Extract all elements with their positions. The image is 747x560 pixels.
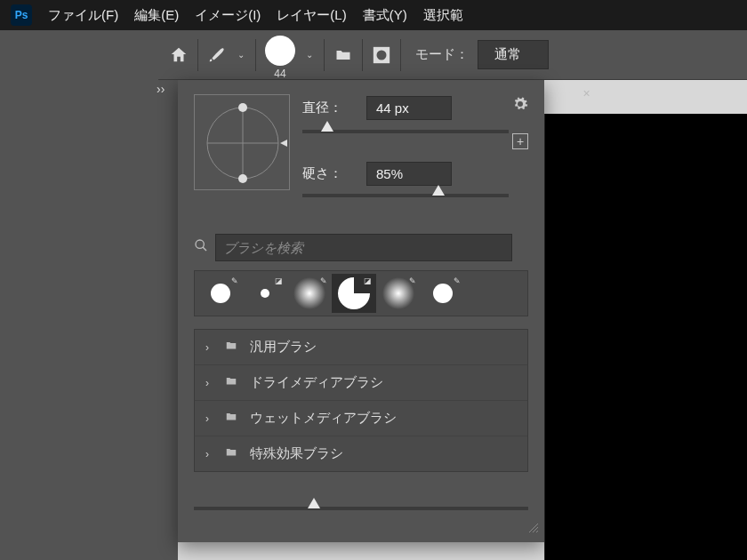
canvas[interactable] [544, 114, 747, 560]
collapsed-tool-strip[interactable]: ›› [157, 80, 178, 560]
blend-mode-dropdown[interactable]: 通常 [478, 40, 549, 69]
brush-settings-toggle-icon[interactable] [333, 46, 353, 64]
menu-file[interactable]: ファイル(F) [48, 7, 118, 24]
resize-grip-icon[interactable] [526, 521, 539, 537]
folder-label: ドライメディアブラシ [250, 374, 383, 391]
brush-icon: ✎ [454, 276, 461, 285]
svg-point-11 [261, 289, 269, 298]
brush-preset-chevron-icon[interactable]: ⌄ [304, 50, 315, 60]
svg-point-5 [238, 103, 247, 112]
brush-preset-panel: 直径： 硬さ： + ✎ ◪ [178, 80, 544, 542]
diameter-label: 直径： [302, 100, 354, 116]
hardness-input[interactable] [366, 162, 452, 186]
folder-general-brushes[interactable]: › 汎用ブラシ [195, 330, 527, 365]
brush-preset-row: ✎ ◪ ✎ ◪ ✎ ✎ [194, 270, 528, 316]
eraser-icon: ◪ [364, 276, 372, 285]
chevron-right-icon: › [205, 448, 213, 460]
divider [255, 39, 256, 71]
folder-label: ウェットメディアブラシ [250, 410, 397, 427]
chevron-right-icon: › [205, 412, 213, 425]
svg-line-17 [536, 531, 538, 532]
divider [197, 39, 198, 71]
preset-angle-round[interactable]: ◪ [332, 274, 376, 313]
thumbnail-size-slider[interactable] [194, 507, 528, 510]
svg-point-14 [433, 284, 453, 303]
folder-label: 特殊効果ブラシ [250, 445, 343, 462]
folder-special-effects-brushes[interactable]: › 特殊効果ブラシ [195, 436, 527, 471]
gear-icon[interactable] [512, 96, 528, 116]
eraser-icon: ◪ [275, 276, 283, 285]
brush-swatch-icon [265, 36, 295, 66]
brush-search-input[interactable] [215, 234, 512, 261]
svg-line-9 [203, 247, 206, 251]
document-tab[interactable]: 7/8) * × [544, 80, 590, 107]
expand-chevrons-icon[interactable]: ›› [157, 82, 165, 96]
brush-icon: ✎ [320, 276, 327, 285]
brush-preset-picker[interactable]: 44 [265, 36, 295, 80]
search-icon [194, 238, 208, 256]
menu-select[interactable]: 選択範 [423, 7, 463, 24]
diameter-slider-thumb[interactable] [321, 121, 333, 132]
brush-size-label: 44 [265, 68, 295, 80]
folder-label: 汎用ブラシ [250, 339, 317, 356]
left-gutter [0, 30, 158, 560]
hardness-label: 硬さ： [302, 165, 354, 182]
folder-wet-media-brushes[interactable]: › ウェットメディアブラシ [195, 401, 527, 436]
close-tab-icon[interactable]: × [582, 86, 590, 100]
brush-tool-chevron-icon[interactable]: ⌄ [236, 50, 246, 60]
folder-dry-media-brushes[interactable]: › ドライメディアブラシ [195, 365, 527, 401]
menu-layer[interactable]: レイヤー(L) [277, 7, 346, 24]
svg-point-10 [211, 284, 230, 303]
document-tab-title: 7/8) * [544, 86, 574, 100]
divider [400, 39, 401, 71]
svg-point-6 [238, 174, 247, 183]
quick-mask-icon[interactable] [372, 45, 391, 65]
menu-bar: Ps ファイル(F) 編集(E) イメージ(I) レイヤー(L) 書式(Y) 選… [0, 0, 747, 30]
folder-icon [223, 375, 239, 390]
menu-edit[interactable]: 編集(E) [134, 7, 179, 24]
menu-image[interactable]: イメージ(I) [195, 7, 261, 24]
thumbnail-size-thumb[interactable] [308, 498, 320, 508]
brush-folder-list: › 汎用ブラシ › ドライメディアブラシ › ウェットメディアブラシ › 特殊効… [194, 329, 528, 472]
divider [324, 39, 325, 71]
svg-point-1 [377, 50, 387, 60]
diameter-slider[interactable] [302, 130, 509, 133]
chevron-right-icon: › [205, 341, 213, 354]
svg-point-8 [196, 240, 204, 248]
preset-soft-round-2[interactable]: ✎ [376, 274, 421, 313]
brush-angle-widget[interactable] [194, 94, 290, 190]
folder-icon [223, 340, 239, 355]
divider [362, 39, 363, 71]
chevron-right-icon: › [205, 377, 213, 389]
hardness-slider-thumb[interactable] [432, 185, 445, 196]
preset-small-hard[interactable]: ◪ [243, 274, 287, 313]
preset-hard-round[interactable]: ✎ [198, 274, 243, 313]
new-preset-icon[interactable]: + [512, 133, 528, 149]
diameter-input[interactable] [366, 96, 452, 120]
preset-hard-round-2[interactable]: ✎ [421, 274, 465, 313]
app-logo: Ps [11, 4, 32, 26]
menu-type[interactable]: 書式(Y) [363, 7, 407, 24]
brush-icon: ✎ [231, 276, 238, 285]
folder-icon [223, 446, 239, 461]
brush-tool-icon[interactable] [207, 45, 227, 65]
preset-soft-round[interactable]: ✎ [287, 274, 332, 313]
svg-marker-7 [280, 140, 287, 147]
options-bar: ⌄ 44 ⌄ モード： 通常 [158, 30, 747, 80]
home-icon[interactable] [169, 45, 189, 65]
hardness-slider[interactable] [302, 194, 509, 197]
folder-icon [223, 411, 239, 426]
brush-icon: ✎ [409, 276, 416, 285]
blend-mode-label: モード： [415, 46, 469, 63]
